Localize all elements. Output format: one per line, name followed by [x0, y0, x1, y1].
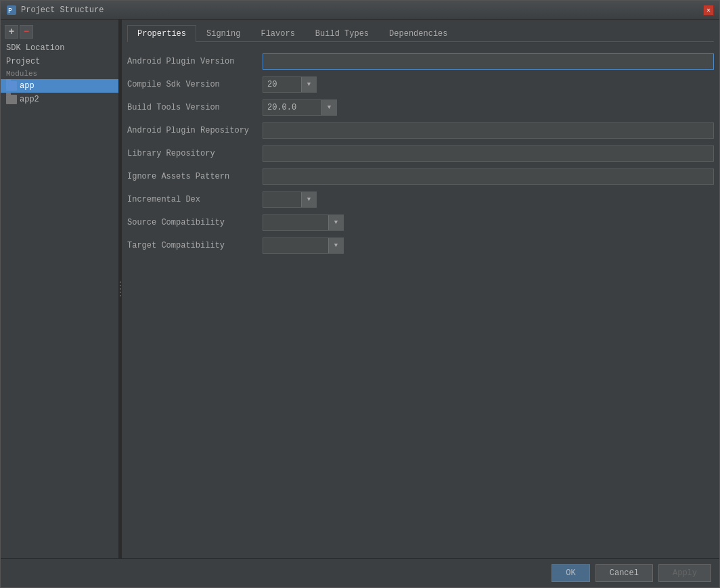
- source-compatibility-row: Source Compatibility ▼: [127, 214, 714, 231]
- content-area: + − SDK Location Project Modules app app…: [1, 20, 719, 558]
- android-plugin-version-label: Android Plugin Version: [127, 57, 263, 66]
- app2-folder-icon: [6, 95, 17, 104]
- bottom-bar: OK Cancel Apply: [1, 558, 719, 587]
- ok-button[interactable]: OK: [552, 564, 589, 582]
- properties-form: Android Plugin Version Compile Sdk Versi…: [127, 50, 714, 553]
- project-label: Project: [6, 57, 40, 66]
- resizer-dot: [120, 292, 121, 293]
- incremental-dex-select[interactable]: ▼: [263, 191, 317, 208]
- title-bar-controls: ✕: [703, 5, 714, 16]
- tab-build-types[interactable]: Build Types: [305, 25, 379, 42]
- incremental-dex-arrow[interactable]: ▼: [301, 192, 316, 207]
- ignore-assets-pattern-input[interactable]: [263, 168, 714, 185]
- compile-sdk-version-arrow[interactable]: ▼: [301, 77, 316, 92]
- window-title: Project Structure: [21, 5, 703, 15]
- tab-dependencies[interactable]: Dependencies: [379, 25, 457, 42]
- remove-module-button[interactable]: −: [20, 25, 33, 39]
- tab-flavors[interactable]: Flavors: [250, 25, 305, 42]
- target-compatibility-label: Target Compatibility: [127, 241, 263, 250]
- apply-button[interactable]: Apply: [658, 564, 711, 582]
- library-repository-row: Library Repository: [127, 145, 714, 162]
- android-plugin-repository-input[interactable]: [263, 122, 714, 139]
- compile-sdk-version-value: 20: [263, 78, 301, 91]
- incremental-dex-label: Incremental Dex: [127, 195, 263, 204]
- svg-text:P: P: [8, 7, 12, 15]
- sidebar-toolbar: + −: [1, 22, 118, 41]
- incremental-dex-value: [263, 198, 301, 201]
- close-button[interactable]: ✕: [703, 5, 714, 16]
- build-tools-version-arrow[interactable]: ▼: [321, 100, 336, 115]
- title-bar: P Project Structure ✕: [1, 1, 719, 20]
- target-compatibility-select[interactable]: ▼: [263, 238, 344, 254]
- tab-bar: Properties Signing Flavors Build Types D…: [127, 25, 714, 42]
- sidebar-item-project[interactable]: Project: [1, 55, 118, 68]
- source-compatibility-value: [263, 221, 328, 224]
- tab-properties[interactable]: Properties: [127, 25, 196, 42]
- sidebar-item-sdk-location[interactable]: SDK Location: [1, 41, 118, 55]
- build-tools-version-value: 20.0.0: [263, 101, 321, 114]
- resizer-dot: [120, 288, 121, 290]
- build-tools-version-row: Build Tools Version 20.0.0 ▼: [127, 99, 714, 116]
- build-tools-version-select[interactable]: 20.0.0 ▼: [263, 99, 337, 116]
- resizer-dot: [120, 285, 121, 286]
- android-plugin-version-input[interactable]: [263, 53, 714, 70]
- android-plugin-repository-label: Android Plugin Repository: [127, 126, 263, 135]
- tab-signing[interactable]: Signing: [196, 25, 250, 42]
- add-module-button[interactable]: +: [5, 25, 18, 39]
- resizer-dot: [120, 281, 121, 283]
- compile-sdk-version-row: Compile Sdk Version 20 ▼: [127, 76, 714, 93]
- sidebar: + − SDK Location Project Modules app app…: [1, 20, 119, 558]
- build-tools-version-label: Build Tools Version: [127, 103, 263, 112]
- ignore-assets-pattern-row: Ignore Assets Pattern: [127, 168, 714, 185]
- sidebar-item-app2[interactable]: app2: [1, 93, 118, 106]
- app2-label: app2: [20, 95, 39, 104]
- source-compatibility-select[interactable]: ▼: [263, 214, 344, 231]
- android-plugin-repository-row: Android Plugin Repository: [127, 122, 714, 139]
- incremental-dex-row: Incremental Dex ▼: [127, 191, 714, 208]
- resizer-dot: [120, 295, 121, 296]
- modules-section-label: Modules: [1, 68, 118, 79]
- main-panel: Properties Signing Flavors Build Types D…: [122, 20, 719, 558]
- android-plugin-version-row: Android Plugin Version: [127, 53, 714, 70]
- target-compatibility-arrow[interactable]: ▼: [328, 238, 343, 253]
- app-folder-icon: [6, 81, 17, 91]
- target-compatibility-value: [263, 244, 328, 247]
- compile-sdk-version-select[interactable]: 20 ▼: [263, 76, 317, 93]
- compile-sdk-version-label: Compile Sdk Version: [127, 80, 263, 89]
- cancel-button[interactable]: Cancel: [595, 564, 653, 582]
- project-structure-window: P Project Structure ✕ + − SDK Location P…: [0, 0, 720, 588]
- library-repository-label: Library Repository: [127, 149, 263, 158]
- sidebar-item-app[interactable]: app: [1, 79, 118, 93]
- app-label: app: [20, 81, 35, 91]
- source-compatibility-arrow[interactable]: ▼: [328, 215, 343, 230]
- source-compatibility-label: Source Compatibility: [127, 218, 263, 227]
- ignore-assets-pattern-label: Ignore Assets Pattern: [127, 172, 263, 181]
- window-icon: P: [6, 5, 17, 16]
- sdk-location-label: SDK Location: [6, 43, 64, 53]
- library-repository-input[interactable]: [263, 145, 714, 162]
- target-compatibility-row: Target Compatibility ▼: [127, 237, 714, 254]
